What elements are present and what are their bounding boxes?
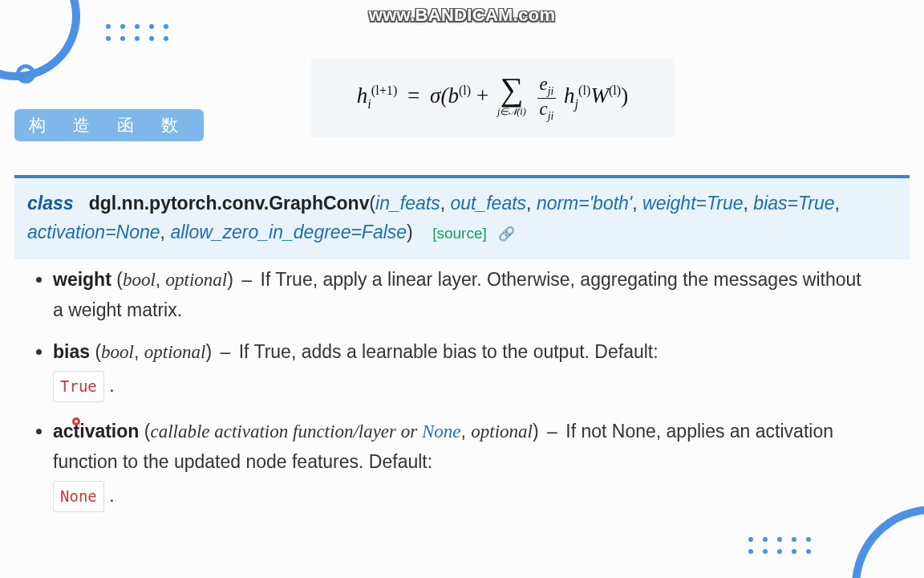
- formula-sigma: σ(: [430, 83, 448, 108]
- sig-open-paren: (: [369, 193, 375, 214]
- source-link[interactable]: [source]: [432, 225, 487, 242]
- formula-h-sup: (l+1): [371, 83, 398, 98]
- param-bias: bias=True: [753, 193, 834, 214]
- circle-icon: [16, 64, 35, 83]
- activation-name: activation: [53, 421, 139, 442]
- formula-sum-sub: j∈𝒩(i): [497, 106, 526, 118]
- param-item-bias: bias (bool, optional) – If True, adds a …: [53, 337, 876, 405]
- weight-optional: optional: [166, 270, 228, 290]
- laser-pointer-icon: [72, 417, 80, 425]
- formula-display: hi(l+1) = σ(b(l) + ∑ j∈𝒩(i) eji cji hj(l…: [311, 59, 674, 137]
- weight-type: bool: [123, 270, 156, 290]
- param-weight: weight=True: [642, 193, 744, 214]
- frac-den-sub: ji: [548, 109, 554, 121]
- activation-type: callable activation function/layer or: [150, 421, 422, 442]
- formula-hj: h: [564, 83, 575, 108]
- sigma-sum-icon: ∑: [500, 79, 523, 101]
- bias-name: bias: [53, 341, 90, 362]
- class-signature: class dgl.nn.pytorch.conv.GraphConv(in_f…: [14, 175, 910, 259]
- activation-type-none: None: [422, 421, 461, 442]
- formula-b: b: [448, 83, 459, 108]
- param-item-weight: weight (bool, optional) – If True, apply…: [53, 265, 876, 326]
- frac-num-sub: ji: [548, 85, 554, 97]
- param-norm: norm='both': [537, 193, 632, 214]
- formula-plus: +: [476, 83, 494, 108]
- section-heading: 构 造 函 数: [14, 109, 204, 141]
- param-activation: activation=None: [27, 222, 160, 242]
- frac-den-c: c: [540, 99, 548, 119]
- formula-fraction: eji cji: [537, 74, 557, 122]
- bias-desc: If True, adds a learnable bias to the ou…: [233, 341, 658, 362]
- formula-hj-sub: j: [575, 97, 579, 112]
- frac-num-e: e: [540, 74, 548, 94]
- formula-close: ): [621, 83, 628, 108]
- activation-default-code: None: [53, 481, 104, 512]
- param-out-feats: out_feats: [450, 193, 526, 214]
- watermark-text: www.BANDICAM.com: [369, 5, 556, 26]
- permalink-icon[interactable]: 🔗: [498, 226, 515, 242]
- formula-W-sup: (l): [609, 83, 621, 98]
- formula-h-sub: i: [367, 97, 371, 112]
- activation-optional: optional: [471, 421, 533, 442]
- class-path: dgl.nn.pytorch.conv.GraphConv: [89, 193, 370, 214]
- formula-W: W: [590, 83, 609, 108]
- keyword-class: class: [27, 193, 74, 214]
- parameters-list: weight (bool, optional) – If True, apply…: [30, 265, 876, 527]
- weight-name: weight: [53, 269, 111, 290]
- param-item-activation: activation (callable activation function…: [53, 417, 876, 515]
- formula-b-sup: (l): [459, 83, 471, 98]
- formula-hj-sup: (l): [578, 83, 590, 98]
- formula-h: h: [357, 83, 368, 108]
- bias-optional: optional: [144, 342, 206, 362]
- formula-eq: =: [407, 83, 419, 108]
- bias-type: bool: [101, 342, 134, 362]
- dot-grid-br: [748, 537, 813, 554]
- dot-grid-tl: [106, 24, 171, 41]
- param-allow-zero: allow_zero_in_degree=False: [170, 222, 407, 242]
- bias-default-code: True: [53, 371, 104, 402]
- sig-close-paren: ): [407, 222, 413, 242]
- param-in-feats: in_feats: [375, 193, 440, 214]
